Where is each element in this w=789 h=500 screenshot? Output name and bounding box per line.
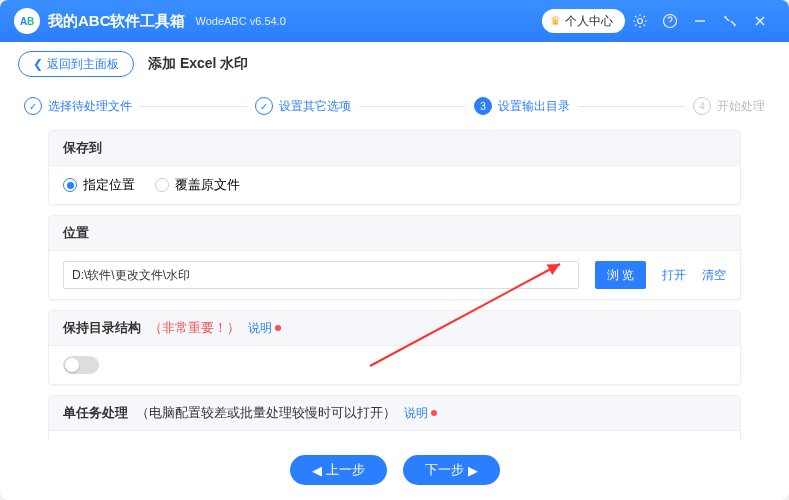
back-label: 返回到主面板 (47, 56, 119, 73)
keep-structure-toggle[interactable] (63, 356, 99, 374)
step-2[interactable]: 设置其它选项 (255, 97, 351, 115)
radio-specified-location[interactable]: 指定位置 (63, 176, 135, 194)
app-window: AB 我的ABC软件工具箱 WodeABC v6.54.0 ♛ 个人中心 ❮ 返… (0, 0, 789, 500)
check-icon (24, 97, 42, 115)
back-button[interactable]: ❮ 返回到主面板 (18, 51, 134, 77)
next-button[interactable]: 下一步 ▶ (403, 455, 500, 485)
svg-text:B: B (27, 16, 34, 27)
dot-icon (431, 410, 437, 416)
save-to-section: 保存到 指定位置 覆盖原文件 (48, 130, 741, 205)
step-3[interactable]: 3 设置输出目录 (474, 97, 570, 115)
keep-structure-title: 保持目录结构 (63, 319, 141, 337)
radio-overwrite-original[interactable]: 覆盖原文件 (155, 176, 240, 194)
radio-label: 指定位置 (83, 176, 135, 194)
step-1-label: 选择待处理文件 (48, 98, 132, 115)
prev-label: 上一步 (326, 461, 365, 479)
step-indicator: 选择待处理文件 设置其它选项 3 设置输出目录 4 开始处理 (0, 86, 789, 126)
minimize-icon[interactable] (685, 6, 715, 36)
step-2-label: 设置其它选项 (279, 98, 351, 115)
prev-button[interactable]: ◀ 上一步 (290, 455, 387, 485)
subheader: ❮ 返回到主面板 添加 Excel 水印 (0, 42, 789, 86)
output-path-input[interactable] (63, 261, 579, 289)
save-to-title: 保存到 (49, 131, 740, 166)
single-task-section: 单任务处理 （电脑配置较差或批量处理较慢时可以打开） 说明 (48, 395, 741, 440)
user-center-label: 个人中心 (565, 13, 613, 30)
save-to-radio-group: 指定位置 覆盖原文件 (63, 176, 240, 194)
circle-right-icon: ▶ (468, 463, 478, 478)
single-task-title: 单任务处理 (63, 404, 128, 422)
check-icon (255, 97, 273, 115)
single-task-note: （电脑配置较差或批量处理较慢时可以打开） (136, 404, 396, 422)
app-title: 我的ABC软件工具箱 (48, 12, 186, 31)
step-1[interactable]: 选择待处理文件 (24, 97, 132, 115)
important-label: （非常重要！） (149, 319, 240, 337)
app-version: WodeABC v6.54.0 (196, 15, 286, 27)
content-area: 保存到 指定位置 覆盖原文件 位置 浏 览 打开 (0, 126, 789, 440)
app-logo: AB (14, 8, 40, 34)
radio-icon (63, 178, 77, 192)
clear-path-link[interactable]: 清空 (702, 267, 726, 284)
svg-point-2 (638, 19, 643, 24)
footer: ◀ 上一步 下一步 ▶ (0, 440, 789, 500)
browse-button[interactable]: 浏 览 (595, 261, 646, 289)
step-3-circle: 3 (474, 97, 492, 115)
circle-left-icon: ◀ (312, 463, 322, 478)
dot-icon (275, 325, 281, 331)
help-icon[interactable] (655, 6, 685, 36)
radio-icon (155, 178, 169, 192)
keep-structure-section: 保持目录结构 （非常重要！） 说明 (48, 310, 741, 385)
settings-icon[interactable] (625, 6, 655, 36)
step-4-label: 开始处理 (717, 98, 765, 115)
titlebar: AB 我的ABC软件工具箱 WodeABC v6.54.0 ♛ 个人中心 (0, 0, 789, 42)
radio-label: 覆盖原文件 (175, 176, 240, 194)
maximize-icon[interactable] (715, 6, 745, 36)
user-center-button[interactable]: ♛ 个人中心 (542, 9, 625, 33)
close-icon[interactable] (745, 6, 775, 36)
step-3-label: 设置输出目录 (498, 98, 570, 115)
location-title: 位置 (49, 216, 740, 251)
step-4: 4 开始处理 (693, 97, 765, 115)
step-4-circle: 4 (693, 97, 711, 115)
keep-structure-help-link[interactable]: 说明 (248, 320, 281, 337)
chevron-left-icon: ❮ (33, 57, 43, 71)
page-title: 添加 Excel 水印 (148, 55, 248, 73)
crown-icon: ♛ (550, 14, 561, 28)
open-folder-link[interactable]: 打开 (662, 267, 686, 284)
next-label: 下一步 (425, 461, 464, 479)
location-section: 位置 浏 览 打开 清空 (48, 215, 741, 300)
single-task-help-link[interactable]: 说明 (404, 405, 437, 422)
